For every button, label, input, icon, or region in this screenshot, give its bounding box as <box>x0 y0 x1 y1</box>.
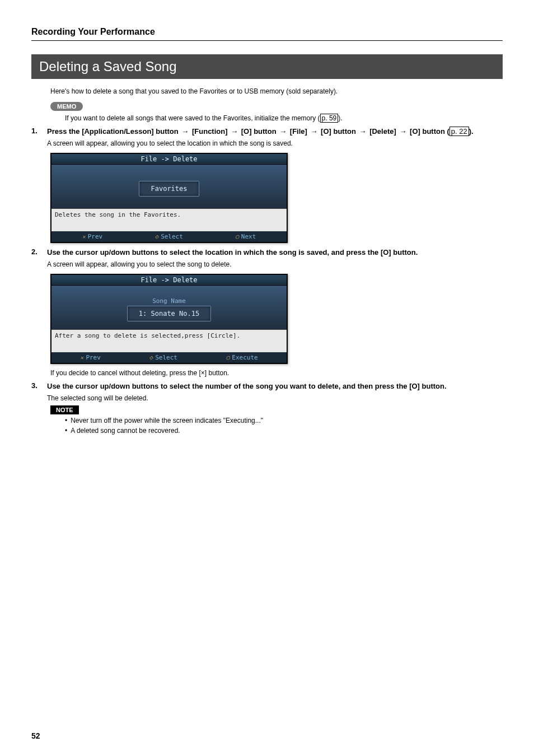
step-1: 1. Press the [Application/Lesson] button… <box>31 127 503 148</box>
lcd2-subtitle: Song Name <box>152 297 186 305</box>
lcd2-prev-label: Prev <box>86 354 101 361</box>
lcd-screenshot-1: File -> Delete Favorites Deletes the son… <box>50 153 288 243</box>
arrow-icon: → <box>310 127 317 137</box>
lcd2-execute: Execute <box>226 354 258 361</box>
lcd2-selection: 1: Sonate No.15 <box>127 306 211 321</box>
step-2-sub: A screen will appear, allowing you to se… <box>47 260 418 269</box>
section-banner: Deleting a Saved Song <box>31 54 503 79</box>
memo-text: If you want to delete all songs that wer… <box>65 113 503 123</box>
lcd1-body: Favorites <box>51 165 287 208</box>
lcd2-select-label: Select <box>155 354 177 361</box>
select-icon <box>155 233 159 240</box>
intro-text: Here's how to delete a song that you sav… <box>50 87 503 96</box>
step-1-num: 1. <box>31 127 47 135</box>
memo-text-post: ). <box>338 114 342 122</box>
arrow-icon: → <box>359 127 367 137</box>
lcd2-execute-label: Execute <box>232 354 257 361</box>
circle-icon <box>235 233 239 240</box>
lcd2-select: Select <box>149 354 177 361</box>
note-item-2: A deleted song cannot be recovered. <box>65 427 503 435</box>
step-2: 2. Use the cursor up/down buttons to sel… <box>31 248 503 269</box>
step-1-page-ref[interactable]: p. 22 <box>449 127 469 136</box>
memo-badge: MEMO <box>50 102 83 111</box>
step-1-p4: [O] button <box>321 127 358 136</box>
lcd1-prev: Prev <box>82 233 103 240</box>
note-item-1: Never turn off the power while the scree… <box>65 417 503 424</box>
x-icon <box>80 354 83 361</box>
step-2-num: 2. <box>31 248 47 256</box>
note-badge: NOTE <box>50 405 79 414</box>
page-header-title: Recording Your Performance <box>31 27 503 37</box>
lcd1-prev-label: Prev <box>88 233 103 240</box>
lcd1-next-label: Next <box>241 233 256 240</box>
step-2-after: If you decide to cancel without deleting… <box>50 368 503 378</box>
lcd-screenshot-2: File -> Delete Song Name 1: Sonate No.15… <box>50 274 288 364</box>
step-2-main: Use the cursor up/down buttons to select… <box>47 248 418 256</box>
arrow-icon: → <box>181 127 189 137</box>
arrow-icon: → <box>279 127 287 137</box>
lcd1-title: File -> Delete <box>51 154 287 165</box>
lcd1-next: Next <box>235 233 256 240</box>
step-1-p3: [File] <box>290 127 310 136</box>
header-rule <box>31 40 503 41</box>
step-3-num: 3. <box>31 381 47 390</box>
lcd2-prev: Prev <box>80 354 101 361</box>
circle-icon <box>226 354 230 361</box>
step-3-text: Use the cursor up/down buttons to select… <box>47 381 447 403</box>
step-3: 3. Use the cursor up/down buttons to sel… <box>31 381 503 403</box>
memo-text-pre: If you want to delete all songs that wer… <box>65 114 320 122</box>
lcd1-selection: Favorites <box>139 181 199 197</box>
lcd1-desc: Deletes the song in the Favorites. <box>51 208 287 231</box>
step-1-post: ). <box>469 127 474 136</box>
arrow-icon: → <box>399 127 406 137</box>
step-1-text: Press the [Application/Lesson] button → … <box>47 127 474 148</box>
note-list: Never turn off the power while the scree… <box>65 417 503 435</box>
lcd1-footer: Prev Select Next <box>51 231 287 242</box>
page-number: 52 <box>31 731 40 740</box>
lcd2-footer: Prev Select Execute <box>51 352 287 363</box>
step-1-p6: [O] button ( <box>410 127 449 136</box>
select-icon <box>149 354 153 361</box>
step-3-main: Use the cursor up/down buttons to select… <box>47 382 447 390</box>
step-3-sub: The selected song will be deleted. <box>47 394 447 403</box>
step-1-pre: Press the [Application/Lesson] button <box>47 127 180 136</box>
step-1-p2: [O] button <box>241 127 278 136</box>
lcd1-select-label: Select <box>161 233 183 240</box>
lcd2-title: File -> Delete <box>51 275 287 286</box>
arrow-icon: → <box>231 127 238 137</box>
step-1-p5: [Delete] <box>369 127 398 136</box>
memo-page-ref[interactable]: p. 59 <box>320 114 339 123</box>
x-icon <box>82 233 86 240</box>
step-1-p1: [Function] <box>192 127 229 136</box>
lcd2-desc: After a song to delete is selected,press… <box>51 329 287 352</box>
step-2-text: Use the cursor up/down buttons to select… <box>47 248 418 269</box>
step-1-sub: A screen will appear, allowing you to se… <box>47 139 474 148</box>
lcd2-body: Song Name 1: Sonate No.15 <box>51 286 287 329</box>
lcd1-select: Select <box>155 233 183 240</box>
